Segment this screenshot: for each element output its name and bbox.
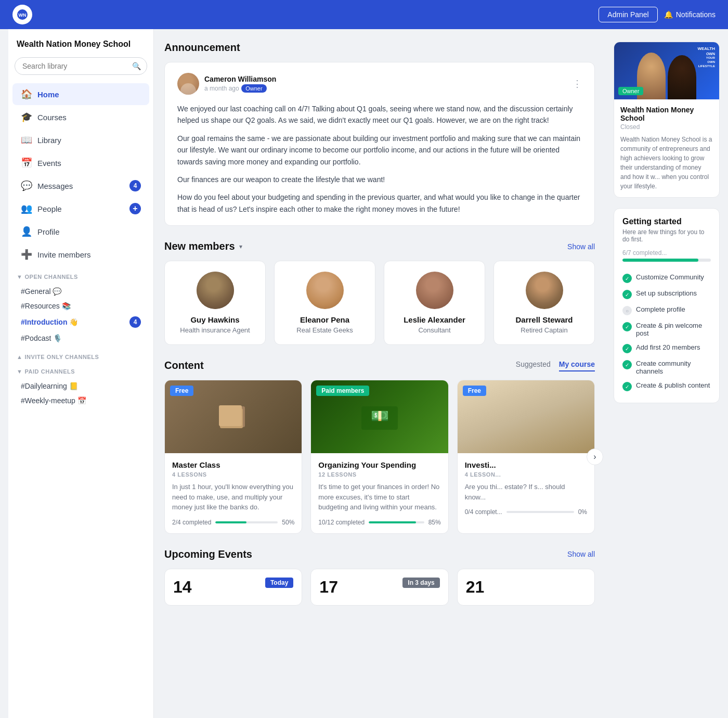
content-lessons-invest: 4 LESSON... [465, 471, 587, 478]
post-author: Cameron Williamson a month ago Owner [177, 73, 276, 95]
new-members-dropdown-icon[interactable]: ▾ [239, 243, 242, 250]
app-body: Wealth Nation Money School 🔍 🏠 Home 🎓 Co… [0, 29, 728, 718]
sidebar-item-events[interactable]: 📅 Events [12, 152, 149, 174]
paid-channels-header[interactable]: ▼ PAID CHANNELS [17, 368, 145, 375]
courses-icon: 🎓 [21, 111, 32, 123]
sidebar-item-messages[interactable]: 💬 Messages 4 [12, 175, 149, 197]
content-title-invest: Investi... [465, 460, 587, 469]
messages-icon: 💬 [21, 180, 32, 191]
channel-podcast[interactable]: #Podcast 🎙️ [17, 331, 145, 345]
new-members-show-all[interactable]: Show all [567, 242, 595, 251]
channel-dailylearning[interactable]: #Dailylearning 📒 [17, 379, 145, 393]
members-grid: Guy Hawkins Health insurance Agent Elean… [164, 261, 595, 345]
post-paragraph-2: Our goal remains the same - we are passi… [177, 133, 582, 168]
content-badge-masterclass: Free [170, 386, 193, 396]
member-role-guy: Health insurance Agent [173, 326, 257, 334]
sidebar-item-label: Library [37, 136, 61, 145]
gs-item-customize: ✓ Customize Community [622, 270, 711, 286]
gs-title: Getting started [622, 217, 711, 226]
gs-item-welcome-post: ✓ Create & pin welcome post [622, 318, 711, 340]
gs-label-profile: Complete profile [636, 305, 685, 313]
sidebar-item-people[interactable]: 👥 People + [12, 198, 149, 220]
sidebar-title: Wealth Nation Money School [8, 40, 153, 57]
avatar-face [177, 73, 199, 95]
open-channels-header[interactable]: ▼ OPEN CHANNELS [17, 274, 145, 280]
gs-label-customize: Customize Community [636, 273, 704, 281]
content-card-spending[interactable]: 💵 Paid members Organizing Your Spending … [310, 380, 448, 534]
community-status: Closed [620, 123, 713, 131]
event-badge-today: Today [265, 578, 293, 588]
channel-general[interactable]: #General 💬 [17, 284, 145, 299]
content-card-invest[interactable]: Free Investi... 4 LESSON... Are you thi.… [457, 380, 595, 534]
progress-fill-spending [369, 521, 416, 523]
invite-only-header[interactable]: ▲ INVITE ONLY CHANNELS [17, 354, 145, 360]
gs-item-channels: ✓ Create community channels [622, 356, 711, 378]
paid-channels-section: ▼ PAID CHANNELS #Dailylearning 📒 #Weekly… [8, 368, 153, 408]
event-card-2[interactable]: 17 In 3 days [310, 569, 448, 606]
right-sidebar: Owner WEALTH OWN YOUR OWN LIFESTYLE Weal… [605, 29, 720, 718]
gs-progress-label: 6/7 completed... [622, 249, 711, 257]
channel-resources[interactable]: #Resources 📚 [17, 299, 145, 313]
gs-check-subscriptions: ✓ [622, 290, 632, 299]
sidebar-item-invite[interactable]: ➕ Invite members [12, 243, 149, 265]
member-card-eleanor[interactable]: Eleanor Pena Real Estate Geeks [274, 261, 375, 345]
new-members-header: New members ▾ Show all [164, 240, 595, 252]
admin-panel-button[interactable]: Admin Panel [599, 7, 657, 22]
svg-text:WN: WN [19, 12, 27, 18]
post-body: We enjoyed our last coaching call on 4/7… [177, 103, 582, 215]
top-navigation: WN Admin Panel 🔔 Notifications [0, 0, 728, 29]
content-thumb-masterclass: Free [165, 380, 302, 453]
events-show-all[interactable]: Show all [567, 550, 595, 558]
app-logo: WN [12, 5, 32, 24]
carousel-next-button[interactable]: › [587, 448, 603, 465]
paid-channels-label: PAID CHANNELS [24, 368, 75, 375]
content-thumb-spending: 💵 Paid members [311, 380, 448, 453]
tab-suggested[interactable]: Suggested [516, 360, 551, 371]
tab-my-course[interactable]: My course [559, 360, 595, 371]
sidebar-item-label: Events [37, 159, 61, 168]
sidebar-item-label: Profile [37, 227, 60, 236]
event-date-2: 17 [319, 578, 338, 597]
sidebar-item-courses[interactable]: 🎓 Courses [12, 106, 149, 128]
member-card-darrell[interactable]: Darrell Steward Retired Captain [493, 261, 595, 345]
gs-label-subscriptions: Set up subscriptions [636, 289, 697, 297]
content-thumb-invest: Free [458, 380, 594, 453]
owner-badge: Owner [241, 84, 266, 93]
progress-masterclass: 2/4 completed 50% [172, 519, 294, 526]
svg-text:💵: 💵 [370, 407, 388, 425]
content-badge-invest: Free [463, 386, 486, 396]
main-content: Announcement Cameron Williamson a month … [154, 29, 605, 718]
announcement-title: Announcement [164, 42, 595, 54]
gs-check-20members: ✓ [622, 344, 632, 353]
gs-progress-fill [622, 259, 698, 262]
progress-text-invest: 0/4 complet... [465, 508, 502, 516]
event-card-3[interactable]: 21 [457, 569, 595, 606]
member-name-guy: Guy Hawkins [173, 315, 257, 324]
post-menu-icon[interactable]: ⋮ [573, 78, 582, 89]
member-role-darrell: Retired Captain [502, 326, 586, 334]
community-owner-label: Owner [618, 87, 643, 95]
sidebar-item-profile[interactable]: 👤 Profile [12, 221, 149, 242]
content-card-masterclass[interactable]: Free Master Class 4 LESSONS In just 1 ho… [164, 380, 302, 534]
new-members-title-wrap: New members ▾ [164, 240, 242, 252]
sidebar-item-home[interactable]: 🏠 Home [12, 83, 149, 105]
member-card-guy[interactable]: Guy Hawkins Health insurance Agent [164, 261, 266, 345]
member-card-leslie[interactable]: Leslie Alexander Consultant [384, 261, 485, 345]
channel-introduction[interactable]: #Introduction 👋 4 [17, 313, 145, 331]
channel-weekly-meetup[interactable]: #Weekly-meetup 📅 [17, 393, 145, 408]
sidebar-item-library[interactable]: 📖 Library [12, 129, 149, 151]
notifications-button[interactable]: 🔔 Notifications [664, 10, 716, 19]
open-channels-section: ▼ OPEN CHANNELS #General 💬 #Resources 📚 … [8, 274, 153, 345]
post-paragraph-3: Our finances are our weapon to create th… [177, 174, 582, 185]
progress-pct-invest: 0% [578, 508, 587, 516]
progress-pct-masterclass: 50% [282, 519, 294, 526]
content-grid: Free Master Class 4 LESSONS In just 1 ho… [164, 380, 595, 534]
progress-spending: 10/12 completed 85% [318, 519, 440, 526]
gs-check-customize: ✓ [622, 274, 632, 283]
event-card-1[interactable]: 14 Today [164, 569, 302, 606]
search-input[interactable] [15, 57, 147, 75]
community-desc: Wealth Nation Money School is a communit… [620, 135, 713, 191]
gs-label-welcome-post: Create & pin welcome post [636, 322, 711, 337]
author-name: Cameron Williamson [204, 75, 276, 83]
home-icon: 🏠 [21, 88, 32, 100]
